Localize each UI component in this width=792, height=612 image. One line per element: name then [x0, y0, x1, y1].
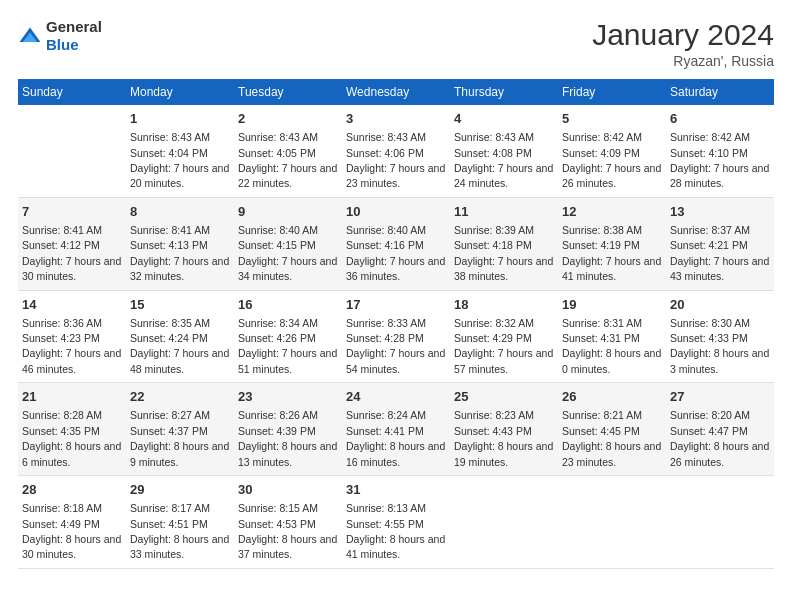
cell-detail: Sunrise: 8:23 AMSunset: 4:43 PMDaylight:…: [454, 409, 553, 467]
table-row: 7Sunrise: 8:41 AMSunset: 4:12 PMDaylight…: [18, 197, 126, 290]
table-row: [18, 105, 126, 197]
table-row: 3Sunrise: 8:43 AMSunset: 4:06 PMDaylight…: [342, 105, 450, 197]
table-row: 21Sunrise: 8:28 AMSunset: 4:35 PMDayligh…: [18, 383, 126, 476]
day-number: 27: [670, 388, 770, 406]
logo-icon: [18, 26, 42, 46]
cell-detail: Sunrise: 8:21 AMSunset: 4:45 PMDaylight:…: [562, 409, 661, 467]
cell-detail: Sunrise: 8:41 AMSunset: 4:12 PMDaylight:…: [22, 224, 121, 282]
cell-detail: Sunrise: 8:27 AMSunset: 4:37 PMDaylight:…: [130, 409, 229, 467]
day-number: 10: [346, 203, 446, 221]
table-row: 5Sunrise: 8:42 AMSunset: 4:09 PMDaylight…: [558, 105, 666, 197]
day-number: 25: [454, 388, 554, 406]
table-row: 8Sunrise: 8:41 AMSunset: 4:13 PMDaylight…: [126, 197, 234, 290]
table-row: 31Sunrise: 8:13 AMSunset: 4:55 PMDayligh…: [342, 476, 450, 569]
cell-detail: Sunrise: 8:33 AMSunset: 4:28 PMDaylight:…: [346, 317, 445, 375]
cell-detail: Sunrise: 8:28 AMSunset: 4:35 PMDaylight:…: [22, 409, 121, 467]
header: General Blue January 2024 Ryazan', Russi…: [18, 18, 774, 69]
day-number: 28: [22, 481, 122, 499]
cell-detail: Sunrise: 8:40 AMSunset: 4:15 PMDaylight:…: [238, 224, 337, 282]
day-number: 19: [562, 296, 662, 314]
logo: General Blue: [18, 18, 102, 54]
table-row: 9Sunrise: 8:40 AMSunset: 4:15 PMDaylight…: [234, 197, 342, 290]
logo-general: General: [46, 18, 102, 35]
day-number: 29: [130, 481, 230, 499]
col-friday: Friday: [558, 79, 666, 105]
table-row: 6Sunrise: 8:42 AMSunset: 4:10 PMDaylight…: [666, 105, 774, 197]
table-row: 4Sunrise: 8:43 AMSunset: 4:08 PMDaylight…: [450, 105, 558, 197]
table-row: 22Sunrise: 8:27 AMSunset: 4:37 PMDayligh…: [126, 383, 234, 476]
cell-detail: Sunrise: 8:43 AMSunset: 4:05 PMDaylight:…: [238, 131, 337, 189]
table-row: 29Sunrise: 8:17 AMSunset: 4:51 PMDayligh…: [126, 476, 234, 569]
cell-detail: Sunrise: 8:39 AMSunset: 4:18 PMDaylight:…: [454, 224, 553, 282]
cell-detail: Sunrise: 8:43 AMSunset: 4:06 PMDaylight:…: [346, 131, 445, 189]
cell-detail: Sunrise: 8:26 AMSunset: 4:39 PMDaylight:…: [238, 409, 337, 467]
table-row: [558, 476, 666, 569]
day-number: 16: [238, 296, 338, 314]
table-row: 20Sunrise: 8:30 AMSunset: 4:33 PMDayligh…: [666, 290, 774, 383]
cell-detail: Sunrise: 8:36 AMSunset: 4:23 PMDaylight:…: [22, 317, 121, 375]
calendar-row: 1Sunrise: 8:43 AMSunset: 4:04 PMDaylight…: [18, 105, 774, 197]
table-row: 13Sunrise: 8:37 AMSunset: 4:21 PMDayligh…: [666, 197, 774, 290]
table-row: 10Sunrise: 8:40 AMSunset: 4:16 PMDayligh…: [342, 197, 450, 290]
cell-detail: Sunrise: 8:18 AMSunset: 4:49 PMDaylight:…: [22, 502, 121, 560]
day-number: 7: [22, 203, 122, 221]
logo-blue: Blue: [46, 36, 79, 53]
col-wednesday: Wednesday: [342, 79, 450, 105]
cell-detail: Sunrise: 8:37 AMSunset: 4:21 PMDaylight:…: [670, 224, 769, 282]
day-number: 5: [562, 110, 662, 128]
table-row: 2Sunrise: 8:43 AMSunset: 4:05 PMDaylight…: [234, 105, 342, 197]
day-number: 30: [238, 481, 338, 499]
col-thursday: Thursday: [450, 79, 558, 105]
table-row: 19Sunrise: 8:31 AMSunset: 4:31 PMDayligh…: [558, 290, 666, 383]
col-sunday: Sunday: [18, 79, 126, 105]
day-number: 24: [346, 388, 446, 406]
calendar-body: 1Sunrise: 8:43 AMSunset: 4:04 PMDaylight…: [18, 105, 774, 568]
page: General Blue January 2024 Ryazan', Russi…: [0, 0, 792, 612]
col-tuesday: Tuesday: [234, 79, 342, 105]
day-number: 18: [454, 296, 554, 314]
day-number: 22: [130, 388, 230, 406]
table-row: 28Sunrise: 8:18 AMSunset: 4:49 PMDayligh…: [18, 476, 126, 569]
table-row: 15Sunrise: 8:35 AMSunset: 4:24 PMDayligh…: [126, 290, 234, 383]
table-row: 23Sunrise: 8:26 AMSunset: 4:39 PMDayligh…: [234, 383, 342, 476]
cell-detail: Sunrise: 8:42 AMSunset: 4:10 PMDaylight:…: [670, 131, 769, 189]
calendar-row: 28Sunrise: 8:18 AMSunset: 4:49 PMDayligh…: [18, 476, 774, 569]
day-number: 9: [238, 203, 338, 221]
cell-detail: Sunrise: 8:32 AMSunset: 4:29 PMDaylight:…: [454, 317, 553, 375]
cell-detail: Sunrise: 8:41 AMSunset: 4:13 PMDaylight:…: [130, 224, 229, 282]
table-row: 1Sunrise: 8:43 AMSunset: 4:04 PMDaylight…: [126, 105, 234, 197]
day-number: 21: [22, 388, 122, 406]
calendar-row: 14Sunrise: 8:36 AMSunset: 4:23 PMDayligh…: [18, 290, 774, 383]
day-number: 2: [238, 110, 338, 128]
cell-detail: Sunrise: 8:17 AMSunset: 4:51 PMDaylight:…: [130, 502, 229, 560]
day-number: 20: [670, 296, 770, 314]
table-row: 12Sunrise: 8:38 AMSunset: 4:19 PMDayligh…: [558, 197, 666, 290]
table-row: 18Sunrise: 8:32 AMSunset: 4:29 PMDayligh…: [450, 290, 558, 383]
header-row: Sunday Monday Tuesday Wednesday Thursday…: [18, 79, 774, 105]
day-number: 8: [130, 203, 230, 221]
day-number: 31: [346, 481, 446, 499]
day-number: 13: [670, 203, 770, 221]
day-number: 23: [238, 388, 338, 406]
title-section: January 2024 Ryazan', Russia: [592, 18, 774, 69]
cell-detail: Sunrise: 8:42 AMSunset: 4:09 PMDaylight:…: [562, 131, 661, 189]
calendar-header: Sunday Monday Tuesday Wednesday Thursday…: [18, 79, 774, 105]
calendar-row: 7Sunrise: 8:41 AMSunset: 4:12 PMDaylight…: [18, 197, 774, 290]
col-saturday: Saturday: [666, 79, 774, 105]
cell-detail: Sunrise: 8:43 AMSunset: 4:04 PMDaylight:…: [130, 131, 229, 189]
cell-detail: Sunrise: 8:43 AMSunset: 4:08 PMDaylight:…: [454, 131, 553, 189]
day-number: 17: [346, 296, 446, 314]
day-number: 12: [562, 203, 662, 221]
subtitle: Ryazan', Russia: [592, 53, 774, 69]
day-number: 26: [562, 388, 662, 406]
cell-detail: Sunrise: 8:31 AMSunset: 4:31 PMDaylight:…: [562, 317, 661, 375]
table-row: 25Sunrise: 8:23 AMSunset: 4:43 PMDayligh…: [450, 383, 558, 476]
table-row: 24Sunrise: 8:24 AMSunset: 4:41 PMDayligh…: [342, 383, 450, 476]
cell-detail: Sunrise: 8:24 AMSunset: 4:41 PMDaylight:…: [346, 409, 445, 467]
table-row: 11Sunrise: 8:39 AMSunset: 4:18 PMDayligh…: [450, 197, 558, 290]
main-title: January 2024: [592, 18, 774, 51]
table-row: 26Sunrise: 8:21 AMSunset: 4:45 PMDayligh…: [558, 383, 666, 476]
table-row: 16Sunrise: 8:34 AMSunset: 4:26 PMDayligh…: [234, 290, 342, 383]
day-number: 4: [454, 110, 554, 128]
cell-detail: Sunrise: 8:30 AMSunset: 4:33 PMDaylight:…: [670, 317, 769, 375]
